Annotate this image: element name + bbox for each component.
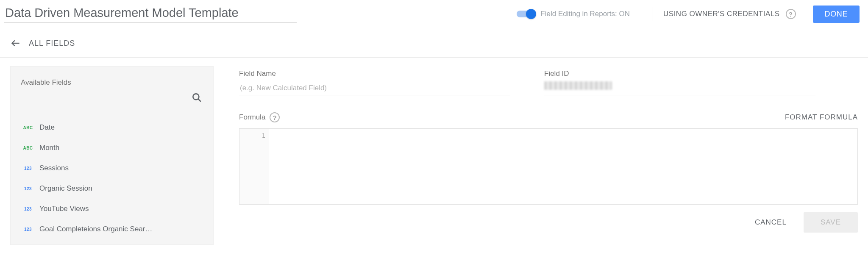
header-bar: Field Editing in Reports: ON USING OWNER… <box>0 0 868 29</box>
field-name-label: Field Name <box>239 69 510 78</box>
field-editing-toggle[interactable] <box>517 11 535 17</box>
editor-action-row: CANCEL SAVE <box>239 212 858 233</box>
type-123-icon: 123 <box>22 186 33 191</box>
field-list: ABC Date ABC Month 123 Sessions 123 Orga… <box>21 117 203 239</box>
credentials-label: USING OWNER'S CREDENTIALS <box>663 10 780 18</box>
field-editing-toggle-label: Field Editing in Reports: ON <box>540 10 630 18</box>
field-search-row <box>21 90 203 107</box>
field-label: Month <box>39 144 59 152</box>
type-123-icon: 123 <box>22 227 33 232</box>
formula-textarea[interactable] <box>269 129 857 204</box>
toggle-knob <box>526 9 536 19</box>
formula-header-row: Formula ? FORMAT FORMULA <box>239 112 858 122</box>
field-label: Date <box>39 123 55 132</box>
type-abc-icon: ABC <box>22 125 33 130</box>
search-icon[interactable] <box>191 92 202 104</box>
field-label: Goal Completeions Organic Sear… <box>39 225 152 233</box>
content-area: Available Fields ABC Date ABC Month 123 … <box>0 58 868 245</box>
data-source-title-input[interactable] <box>4 5 297 23</box>
credentials-label-wrap[interactable]: USING OWNER'S CREDENTIALS ? <box>663 9 796 19</box>
available-fields-panel: Available Fields ABC Date ABC Month 123 … <box>10 66 214 245</box>
field-name-input[interactable] <box>239 81 510 95</box>
done-button[interactable]: DONE <box>813 6 860 23</box>
list-item[interactable]: 123 Sessions <box>21 158 203 178</box>
svg-point-1 <box>193 94 199 100</box>
list-item[interactable]: 123 YouTube Views <box>21 199 203 219</box>
list-item[interactable]: ABC Date <box>21 117 203 138</box>
save-button[interactable]: SAVE <box>804 212 858 233</box>
cancel-button[interactable]: CANCEL <box>755 218 787 227</box>
help-icon[interactable]: ? <box>270 112 280 122</box>
available-fields-title: Available Fields <box>21 78 203 87</box>
field-label: Sessions <box>39 164 69 172</box>
field-name-column: Field Name <box>239 69 510 95</box>
all-fields-subheader[interactable]: ALL FIELDS <box>0 29 868 58</box>
field-search-input[interactable] <box>22 93 191 103</box>
format-formula-button[interactable]: FORMAT FORMULA <box>785 113 858 122</box>
line-gutter: 1 <box>239 129 269 204</box>
field-label: YouTube Views <box>39 205 89 213</box>
gutter-line-number: 1 <box>239 132 265 139</box>
type-abc-icon: ABC <box>22 146 33 150</box>
name-id-row: Field Name Field ID <box>239 69 858 95</box>
field-id-value-redacted <box>544 81 612 90</box>
field-id-column: Field ID <box>544 69 815 95</box>
help-icon[interactable]: ? <box>786 9 796 19</box>
calculated-field-editor: Field Name Field ID Formula ? FORMAT FOR… <box>239 66 858 233</box>
svg-line-2 <box>198 99 200 101</box>
formula-editor: 1 <box>239 128 858 205</box>
all-fields-label: ALL FIELDS <box>29 39 75 48</box>
field-editing-toggle-wrap: Field Editing in Reports: ON <box>517 10 630 18</box>
list-item[interactable]: 123 Organic Session <box>21 178 203 199</box>
list-item[interactable]: ABC Month <box>21 138 203 158</box>
formula-label-wrap: Formula ? <box>239 112 280 122</box>
back-arrow-icon[interactable] <box>10 38 21 49</box>
formula-label: Formula <box>239 113 265 122</box>
field-label: Organic Session <box>39 184 92 193</box>
type-123-icon: 123 <box>22 207 33 211</box>
type-123-icon: 123 <box>22 166 33 171</box>
field-id-label: Field ID <box>544 69 815 78</box>
list-item[interactable]: 123 Goal Completeions Organic Sear… <box>21 219 203 239</box>
divider <box>653 7 653 21</box>
